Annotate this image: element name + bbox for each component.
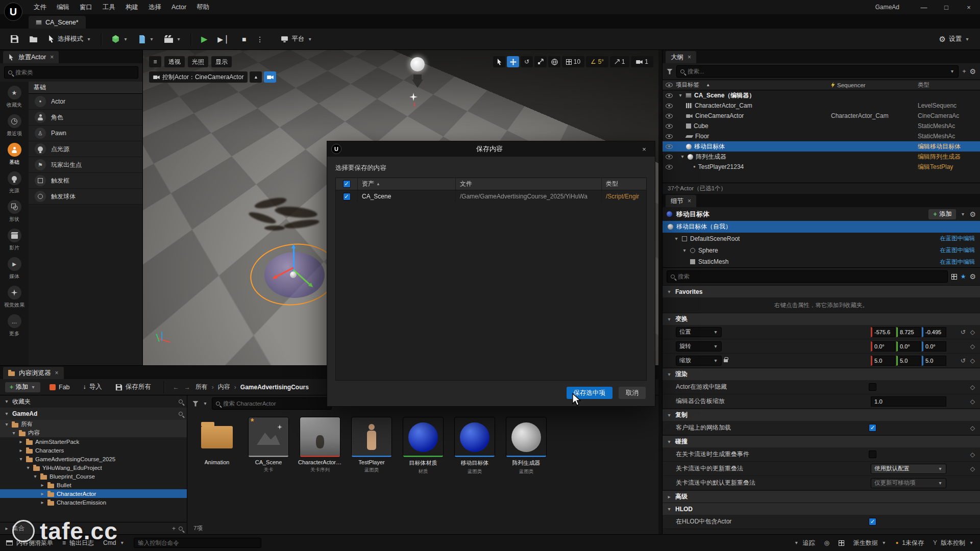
close-icon[interactable]: × bbox=[50, 54, 54, 60]
tree-characteremission[interactable]: ▸CharacterEmission bbox=[0, 498, 187, 507]
tab-details[interactable]: 细节 × bbox=[666, 195, 696, 207]
reset-icon[interactable]: ↺ bbox=[961, 329, 966, 335]
platforms-dropdown[interactable]: 平台 ▾ bbox=[277, 32, 316, 47]
menu-help[interactable]: 帮助 bbox=[191, 0, 214, 14]
scale-snap-toggle[interactable]: 1 bbox=[610, 56, 629, 67]
asset-target-material[interactable]: 目标体材质 材质 bbox=[401, 417, 446, 475]
select-tool-button[interactable] bbox=[493, 56, 505, 67]
column-type[interactable]: 类型 bbox=[918, 82, 929, 88]
back-icon[interactable]: ← bbox=[173, 384, 179, 390]
scale-x-field[interactable]: 5.0 bbox=[871, 356, 895, 366]
console-input[interactable] bbox=[138, 540, 257, 546]
outliner-search-input[interactable] bbox=[688, 68, 946, 74]
category-lights[interactable]: 光源 bbox=[0, 171, 29, 194]
visibility-eye-icon[interactable] bbox=[666, 134, 673, 139]
menu-select[interactable]: 选择 bbox=[143, 0, 166, 14]
dialog-close-button[interactable]: × bbox=[638, 142, 651, 156]
breadcrumb-current[interactable]: GameAdvertisingCours bbox=[240, 384, 309, 391]
section-collision[interactable]: ▾碰撞 bbox=[663, 435, 980, 447]
add-asset-button[interactable]: +添加▾ bbox=[5, 382, 40, 392]
visibility-eye-icon[interactable] bbox=[666, 144, 673, 149]
unreal-logo-icon[interactable]: U bbox=[4, 3, 22, 21]
tree-gameadvertisingcourse[interactable]: ▾GameAdvertisingCourse_2025 bbox=[0, 455, 187, 463]
rotation-y-field[interactable]: 0.0° bbox=[896, 341, 921, 352]
chevron-down-icon[interactable]: ▾ bbox=[203, 401, 208, 406]
asset-ca-scene[interactable]: * CA_Scene 关卡 bbox=[246, 417, 291, 473]
visibility-eye-icon[interactable] bbox=[666, 93, 673, 98]
location-type-dropdown[interactable]: 位置▾ bbox=[676, 327, 722, 337]
section-replication[interactable]: ▾复制 bbox=[663, 409, 980, 421]
include-in-hlod-checkbox[interactable]: ✓ bbox=[869, 518, 876, 525]
settings-dropdown[interactable]: ⚙ 设置 ▾ bbox=[935, 32, 974, 47]
tree-all[interactable]: ▾所有 bbox=[0, 420, 187, 429]
outliner-row-cinecamera[interactable]: CineCameraActor CharacterActor_CamCineCa… bbox=[663, 111, 980, 121]
fab-button[interactable]: Fab bbox=[45, 381, 74, 393]
overlap-events-checkbox[interactable]: ✓ bbox=[869, 450, 876, 458]
component-row-self[interactable]: 移动目标体（自我） bbox=[663, 221, 980, 233]
keyframe-diamond-icon[interactable]: ◇ bbox=[970, 466, 975, 472]
billboard-scale-field[interactable]: 1.0 bbox=[871, 396, 946, 407]
scale-type-dropdown[interactable]: 缩放▾ bbox=[676, 356, 722, 366]
favorites-filter-icon[interactable]: ★ bbox=[961, 273, 966, 280]
menu-build[interactable]: 构建 bbox=[120, 0, 143, 14]
blueprints-dropdown[interactable]: ▾ bbox=[134, 32, 158, 47]
keyframe-diamond-icon[interactable]: ◇ bbox=[970, 425, 975, 431]
section-rendering[interactable]: ▾渲染 bbox=[663, 368, 980, 380]
pilot-actor-pill[interactable]: 控制Actor：CineCameraActor bbox=[149, 71, 248, 83]
visibility-eye-icon[interactable] bbox=[666, 114, 673, 118]
tree-characteractor[interactable]: ▸CharacterActor bbox=[0, 489, 187, 498]
add-collection-icon[interactable]: + bbox=[172, 525, 176, 532]
asset-testplayer[interactable]: TestPlayer 蓝图类 bbox=[349, 417, 394, 473]
menu-file[interactable]: 文件 bbox=[29, 0, 52, 14]
edit-in-blueprint-link[interactable]: 在蓝图中编辑 bbox=[940, 246, 975, 254]
console-input-box[interactable] bbox=[134, 538, 261, 548]
outliner-row-floor[interactable]: Floor StaticMeshAc bbox=[663, 131, 980, 141]
rotate-tool-button[interactable]: ↺ bbox=[521, 56, 533, 67]
section-advanced[interactable]: ▸高级 bbox=[663, 490, 980, 503]
asset-search-input[interactable] bbox=[223, 400, 328, 407]
details-view-settings-icon[interactable]: ⚙ bbox=[969, 273, 976, 280]
column-asset[interactable]: 资产▲ bbox=[357, 178, 455, 190]
menu-tools[interactable]: 工具 bbox=[97, 0, 120, 14]
asset-array-generator[interactable]: 阵列生成器 蓝图类 bbox=[504, 417, 549, 475]
stop-piloting-button[interactable]: ▲ bbox=[250, 71, 262, 83]
category-favorites[interactable]: ★收藏夹 bbox=[0, 86, 29, 109]
save-all-button[interactable]: 保存所有 bbox=[111, 381, 155, 393]
tree-characters[interactable]: ▸Characters bbox=[0, 446, 187, 455]
world-space-toggle[interactable] bbox=[548, 56, 560, 67]
location-y-field[interactable]: 8.725 bbox=[896, 327, 921, 337]
viewport-options-menu[interactable]: ≡ bbox=[149, 56, 161, 67]
cancel-button[interactable]: 取消 bbox=[619, 387, 646, 399]
quick-add-actor-dropdown[interactable]: ▾ bbox=[107, 32, 132, 47]
close-icon[interactable]: × bbox=[55, 370, 59, 376]
browse-content-button[interactable] bbox=[25, 32, 42, 47]
hidden-in-game-checkbox[interactable]: ✓ bbox=[869, 383, 876, 391]
menu-window[interactable]: 窗口 bbox=[75, 0, 97, 14]
import-button[interactable]: ↓导入 bbox=[79, 381, 106, 393]
grid-snap-toggle[interactable]: 10 bbox=[562, 56, 584, 67]
category-recent[interactable]: 最近项 bbox=[0, 114, 29, 137]
column-file[interactable]: 文件 bbox=[455, 178, 601, 190]
maximize-button[interactable]: □ bbox=[935, 0, 958, 14]
cinematics-dropdown[interactable]: ▾ bbox=[160, 32, 185, 47]
component-row-staticmesh[interactable]: StaticMesh 在蓝图中编辑 bbox=[663, 256, 980, 268]
stop-button[interactable]: ■ bbox=[238, 32, 250, 47]
asset-search[interactable] bbox=[212, 397, 332, 410]
tab-content-browser[interactable]: 内容浏览器 × bbox=[3, 367, 64, 379]
filter-funnel-icon[interactable] bbox=[667, 69, 673, 74]
outliner-row-cube[interactable]: Cube StaticMeshAc bbox=[663, 121, 980, 131]
outliner-search[interactable]: ▾ bbox=[676, 65, 959, 78]
gizmo-center-sphere[interactable] bbox=[290, 271, 297, 278]
visibility-eye-icon[interactable] bbox=[666, 124, 673, 129]
place-item-character[interactable]: 角色 bbox=[29, 110, 142, 126]
viewport-mode-dropdown[interactable]: 透视 bbox=[164, 56, 185, 67]
outliner-row-sequence[interactable]: CharacterActor_Cam LevelSequenc bbox=[663, 101, 980, 111]
scale-y-field[interactable]: 5.0 bbox=[896, 356, 921, 366]
tab-outliner[interactable]: 大纲 × bbox=[666, 51, 696, 63]
menu-edit[interactable]: 编辑 bbox=[52, 0, 75, 14]
tree-yihuwang-eduproject[interactable]: ▾YiHuWang_EduProject bbox=[0, 463, 187, 472]
forward-icon[interactable]: → bbox=[184, 384, 190, 390]
place-item-actor[interactable]: ●Actor bbox=[29, 94, 142, 110]
column-item-label[interactable]: 项目标签 bbox=[676, 81, 699, 89]
place-actor-search[interactable] bbox=[4, 66, 138, 79]
